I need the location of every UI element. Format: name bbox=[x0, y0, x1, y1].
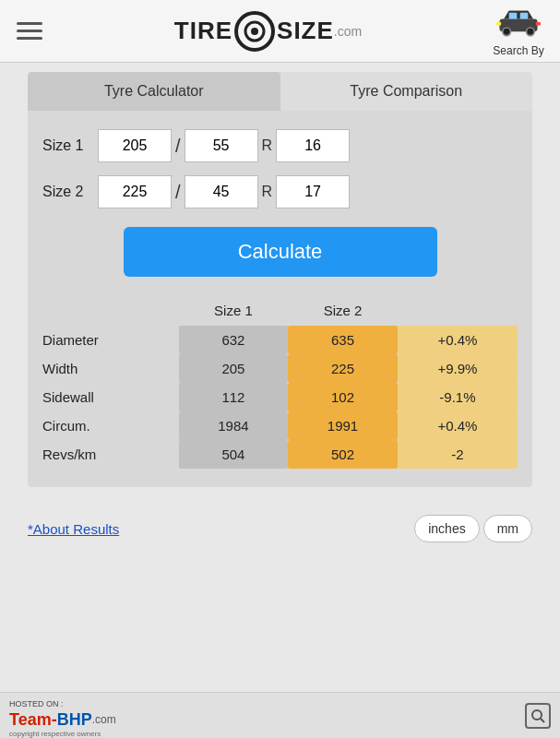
col-diff-header bbox=[398, 299, 518, 326]
size1-width-input[interactable] bbox=[98, 129, 172, 162]
row-diff-value: -2 bbox=[398, 440, 518, 469]
zoom-button[interactable] bbox=[525, 703, 551, 729]
bhp-logo-image: Team- BHP .com bbox=[9, 710, 116, 730]
table-row: Width205225+9.9% bbox=[42, 354, 518, 383]
bhp-text: BHP bbox=[57, 710, 92, 730]
bottom-bar: HOSTED ON : Team- BHP .com copyright res… bbox=[0, 692, 560, 738]
table-row: Sidewall112102-9.1% bbox=[42, 383, 518, 411]
row-diff-value: -9.1% bbox=[398, 383, 518, 411]
row-size1-value: 205 bbox=[179, 354, 289, 383]
unit-buttons: inches mm bbox=[414, 515, 532, 542]
hosted-on-label: HOSTED ON : bbox=[9, 699, 64, 708]
row-size1-value: 504 bbox=[179, 440, 289, 469]
svg-point-2 bbox=[251, 28, 258, 35]
row-size2-value: 225 bbox=[288, 354, 398, 383]
svg-rect-4 bbox=[509, 12, 518, 18]
svg-rect-9 bbox=[536, 22, 541, 25]
svg-point-6 bbox=[503, 28, 511, 36]
row-size2-value: 1991 bbox=[288, 411, 398, 440]
svg-point-10 bbox=[532, 710, 542, 720]
row-size2-value: 635 bbox=[288, 326, 398, 354]
search-by-button[interactable]: Search By bbox=[486, 6, 551, 57]
row-label: Revs/km bbox=[42, 440, 179, 469]
table-row: Revs/km504502-2 bbox=[42, 440, 518, 469]
size2-aspect-input[interactable] bbox=[185, 175, 258, 208]
row-diff-value: +0.4% bbox=[398, 411, 518, 440]
logo-dot: .com bbox=[334, 24, 362, 39]
size2-rim-input[interactable] bbox=[276, 175, 350, 208]
size1-rim-input[interactable] bbox=[276, 129, 350, 162]
size2-slash: / bbox=[172, 182, 185, 203]
main-content: Size 1 / R Size 2 / R Calculate Size 1 S… bbox=[28, 111, 532, 487]
svg-point-7 bbox=[527, 28, 535, 36]
tab-tyre-calculator[interactable]: Tyre Calculator bbox=[28, 72, 280, 111]
car-icon bbox=[496, 6, 541, 42]
logo: TIRE SIZE .com bbox=[50, 11, 486, 52]
header: TIRE SIZE .com Search By bbox=[0, 0, 560, 63]
mm-button[interactable]: mm bbox=[483, 515, 532, 542]
bhp-logo: HOSTED ON : Team- BHP .com copyright res… bbox=[9, 694, 116, 738]
size1-aspect-input[interactable] bbox=[185, 129, 258, 162]
calculate-button[interactable]: Calculate bbox=[124, 227, 437, 277]
row-diff-value: +9.9% bbox=[398, 354, 518, 383]
size1-slash: / bbox=[172, 136, 185, 157]
size1-r-label: R bbox=[258, 137, 277, 154]
row-label: Sidewall bbox=[42, 383, 179, 411]
search-by-label: Search By bbox=[493, 44, 543, 57]
row-size1-value: 1984 bbox=[179, 411, 289, 440]
size1-row: Size 1 / R bbox=[42, 129, 518, 162]
size1-label: Size 1 bbox=[42, 137, 98, 154]
table-row: Diameter632635+0.4% bbox=[42, 326, 518, 354]
size2-r-label: R bbox=[258, 184, 277, 200]
svg-line-11 bbox=[541, 719, 544, 722]
svg-rect-8 bbox=[496, 22, 501, 25]
col-size1-header: Size 1 bbox=[179, 299, 289, 326]
row-size1-value: 112 bbox=[179, 383, 289, 411]
col-label-header bbox=[42, 299, 179, 326]
size2-width-input[interactable] bbox=[98, 175, 172, 208]
zoom-icon-svg bbox=[530, 708, 545, 723]
results-table: Size 1 Size 2 Diameter632635+0.4%Width20… bbox=[42, 299, 518, 469]
logo-tire-icon bbox=[234, 11, 275, 52]
logo-text-part2: SIZE bbox=[277, 17, 334, 45]
footer-row: *About Results inches mm bbox=[28, 506, 532, 552]
size2-row: Size 2 / R bbox=[42, 175, 518, 208]
about-results-link[interactable]: *About Results bbox=[28, 521, 119, 537]
logo-text-part1: TIRE bbox=[174, 17, 232, 45]
size2-label: Size 2 bbox=[42, 184, 98, 200]
row-label: Diameter bbox=[42, 326, 179, 354]
table-row: Circum.19841991+0.4% bbox=[42, 411, 518, 440]
copyright-text: copyright respective owners bbox=[9, 730, 116, 738]
menu-button[interactable] bbox=[9, 15, 50, 47]
row-label: Width bbox=[42, 354, 179, 383]
row-label: Circum. bbox=[42, 411, 179, 440]
row-size2-value: 102 bbox=[288, 383, 398, 411]
inches-button[interactable]: inches bbox=[414, 515, 479, 542]
com-text: .com bbox=[92, 713, 116, 726]
col-size2-header: Size 2 bbox=[288, 299, 398, 326]
tab-tyre-comparison[interactable]: Tyre Comparison bbox=[280, 72, 533, 111]
row-size2-value: 502 bbox=[288, 440, 398, 469]
tabs-container: Tyre Calculator Tyre Comparison bbox=[28, 72, 532, 111]
svg-rect-5 bbox=[520, 12, 529, 18]
row-diff-value: +0.4% bbox=[398, 326, 518, 354]
row-size1-value: 632 bbox=[179, 326, 289, 354]
team-text: Team- bbox=[9, 710, 57, 730]
